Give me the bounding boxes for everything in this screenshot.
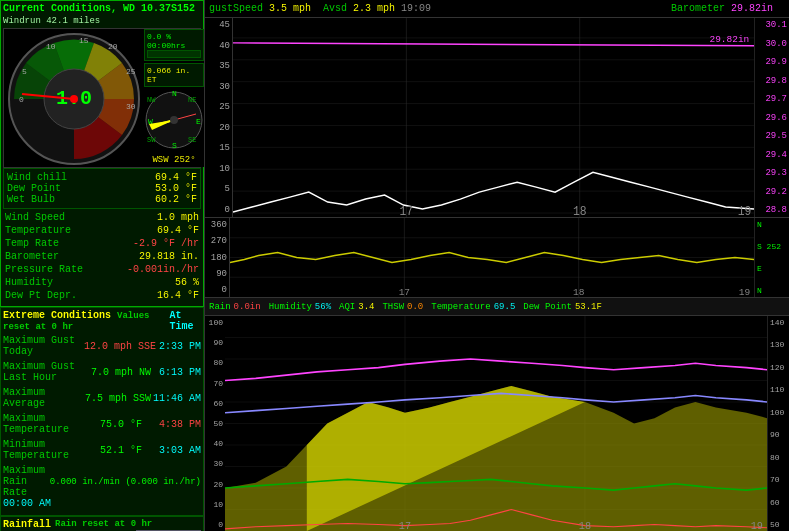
- baro-label: Barometer: [671, 3, 725, 14]
- wind-dir-chart-area: 17 18 19: [230, 218, 754, 297]
- avg-label: Avsd: [323, 3, 347, 14]
- max-temp-row: Maximum Temperature 75.0 °F 4:38 PM: [3, 413, 201, 435]
- humidity-row: Humidity 56 %: [5, 276, 199, 289]
- svg-text:0: 0: [19, 95, 24, 104]
- wind-speed-row: Wind Speed 1.0 mph: [5, 211, 199, 224]
- svg-text:E: E: [196, 117, 201, 126]
- speedometer-svg: 1.0 0 5 10 15 20 25 30: [4, 29, 144, 169]
- baro-value: 29.82in: [731, 3, 773, 14]
- svg-text:17: 17: [399, 520, 411, 531]
- combined-chart-area: 17 18 19: [225, 316, 767, 531]
- gauge-section: 1.0 0 5 10 15 20 25 30: [3, 28, 201, 168]
- svg-text:30: 30: [126, 102, 136, 111]
- wind-side-panel: 0.0 % 00:00hrs 0.066 in. ET: [144, 29, 204, 167]
- dew-point-value: 53.0 °F: [155, 183, 197, 194]
- cc-header: Current Conditions, WD 10.37S152: [3, 3, 201, 14]
- combined-y-right: 140 130 120 110 100 90 80 70 60 50: [767, 316, 789, 531]
- humidity-sensor: Humidity 56%: [269, 302, 331, 312]
- sensor-status-bar: Rain 0.0in Humidity 56% AQI 3.4 THSW 0.0…: [205, 298, 789, 316]
- main-container: Current Conditions, WD 10.37S152 Windrun…: [0, 0, 789, 531]
- avg-value: 2.3 mph: [353, 3, 395, 14]
- temp-rate-row: Temp Rate -2.9 °F /hr: [5, 237, 199, 250]
- svg-text:NE: NE: [188, 96, 196, 104]
- wet-bulb-row: Wet Bulb 60.2 °F: [7, 194, 197, 205]
- svg-text:17: 17: [400, 205, 414, 217]
- combined-chart: 100 90 80 70 60 50 40 30 20 10 0: [205, 316, 789, 531]
- wind-dir-y-axis: 360 270 180 90 0: [205, 218, 230, 297]
- svg-text:NW: NW: [147, 96, 156, 104]
- wind-bar: 0.0 % 00:00hrs: [144, 29, 204, 61]
- svg-point-24: [170, 116, 178, 124]
- et-label: 0.066 in. ET: [147, 66, 201, 84]
- max-avg-row: Maximum Average 7.5 mph SSW 11:46 AM: [3, 387, 201, 409]
- rain-header: Rainfall Rain reset at 0 hr: [3, 519, 201, 530]
- svg-text:SW: SW: [147, 136, 156, 144]
- gauge-container: 1.0 0 5 10 15 20 25 30: [4, 29, 144, 169]
- svg-text:SE: SE: [188, 136, 196, 144]
- gust-speed-stat: gustSpeed 3.5 mph: [209, 3, 311, 14]
- rain-reset-label: Rain reset at 0 hr: [55, 519, 152, 530]
- gust-value: 3.5 mph: [269, 3, 311, 14]
- svg-text:25: 25: [126, 67, 136, 76]
- ec-title: Extreme Conditions Values reset at 0 hr: [3, 310, 170, 332]
- top-stats-bar: gustSpeed 3.5 mph Avsd 2.3 mph 19:09 Bar…: [205, 0, 789, 18]
- wind-dir-chart: 360 270 180 90 0 17: [205, 218, 789, 298]
- svg-text:29.82in: 29.82in: [710, 34, 750, 45]
- aqi-sensor: AQI 3.4: [339, 302, 374, 312]
- wind-chill-row: Wind chill 69.4 °F: [7, 172, 197, 183]
- wet-bulb-label: Wet Bulb: [7, 194, 55, 205]
- min-temp-row: Minimum Temperature 52.1 °F 3:03 AM: [3, 439, 201, 461]
- svg-text:S: S: [172, 141, 177, 150]
- dewpt-sensor: Dew Point 53.1F: [523, 302, 602, 312]
- baro-stat: Barometer 29.82in: [671, 3, 773, 14]
- wind-chart-svg: 17 18 19 29.82in: [233, 18, 754, 217]
- max-rain-rate-row: MaximumRain Rate 0.000 in./min (0.000 in…: [3, 465, 201, 509]
- combined-svg: 17 18 19: [225, 316, 767, 531]
- wind-chill-label: Wind chill: [7, 172, 67, 183]
- wind-bar-label: 0.0 % 00:00hrs: [147, 32, 201, 50]
- svg-text:19: 19: [738, 205, 752, 217]
- svg-text:15: 15: [79, 36, 89, 45]
- compass-svg: N S E W NE NW SE SW: [144, 88, 204, 153]
- svg-text:N: N: [172, 89, 177, 98]
- avg-speed-stat: Avsd 2.3 mph 19:09: [323, 3, 431, 14]
- extra-wind-info: Wind chill 69.4 °F Dew Point 53.0 °F Wet…: [3, 168, 201, 209]
- compass-container: N S E W NE NW SE SW: [144, 87, 204, 153]
- svg-text:18: 18: [573, 205, 587, 217]
- wind-chart-area: 17 18 19 29.82in: [233, 18, 754, 217]
- svg-text:5: 5: [22, 67, 27, 76]
- rainfall-panel: Rainfall Rain reset at 0 hr Last Hour 0.…: [0, 516, 204, 531]
- wind-y-axis: 45 40 35 30 25 20 15 10 5 0: [205, 18, 233, 217]
- dew-point-label: Dew Point: [7, 183, 61, 194]
- at-time-header: At Time: [170, 310, 202, 332]
- rain-sensor: Rain 0.0in: [209, 302, 261, 312]
- ec-header: Extreme Conditions Values reset at 0 hr …: [3, 310, 201, 332]
- left-panel: Current Conditions, WD 10.37S152 Windrun…: [0, 0, 205, 531]
- svg-text:18: 18: [579, 520, 591, 531]
- dew-point-row: Dew Point 53.0 °F: [7, 183, 197, 194]
- temperature-row: Temperature 69.4 °F: [5, 224, 199, 237]
- svg-text:19: 19: [751, 520, 763, 531]
- temp-sensor: Temperature 69.5: [431, 302, 515, 312]
- svg-line-36: [233, 43, 754, 46]
- gust-label: gustSpeed: [209, 3, 269, 14]
- svg-text:10: 10: [46, 42, 56, 51]
- compass-direction: WSW 252°: [144, 153, 204, 167]
- avg-time: 19:09: [401, 3, 431, 14]
- barometer-row: Barometer 29.818 in.: [5, 250, 199, 263]
- cc-data-rows: Wind Speed 1.0 mph Temperature 69.4 °F T…: [3, 209, 201, 304]
- wind-dir-svg: 17 18 19: [230, 218, 754, 297]
- current-conditions-panel: Current Conditions, WD 10.37S152 Windrun…: [0, 0, 204, 307]
- wind-speed-chart: 45 40 35 30 25 20 15 10 5 0: [205, 18, 789, 218]
- right-panel: gustSpeed 3.5 mph Avsd 2.3 mph 19:09 Bar…: [205, 0, 789, 531]
- et-bar: 0.066 in. ET: [144, 63, 204, 87]
- svg-text:18: 18: [573, 287, 585, 297]
- pressure-rate-row: Pressure Rate -0.001in./hr: [5, 263, 199, 276]
- compass-right-axis: N S 252 E N: [754, 218, 789, 297]
- rainfall-title: Rainfall: [3, 519, 51, 530]
- svg-text:20: 20: [108, 42, 118, 51]
- dewpt-depr-row: Dew Pt Depr. 16.4 °F: [5, 289, 199, 302]
- combined-y-left: 100 90 80 70 60 50 40 30 20 10 0: [205, 316, 225, 531]
- wind-chill-value: 69.4 °F: [155, 172, 197, 183]
- svg-text:17: 17: [399, 287, 411, 297]
